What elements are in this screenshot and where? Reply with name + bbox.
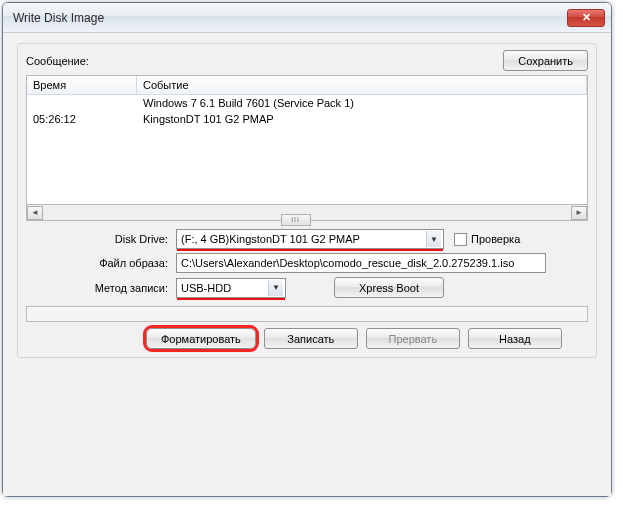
titlebar[interactable]: Write Disk Image ✕ bbox=[3, 3, 611, 33]
verify-checkbox[interactable] bbox=[454, 233, 467, 246]
progress-bar bbox=[26, 306, 588, 322]
message-label: Сообщение: bbox=[26, 55, 503, 67]
message-group: Сообщение: Сохранить Время Событие Windo… bbox=[17, 43, 597, 358]
scroll-right-arrow[interactable]: ► bbox=[571, 206, 587, 220]
table-row: 05:26:12 KingstonDT 101 G2 PMAP bbox=[27, 111, 587, 127]
chevron-down-icon: ▼ bbox=[268, 280, 283, 296]
scroll-thumb[interactable]: III bbox=[281, 214, 311, 226]
disk-drive-label: Disk Drive: bbox=[26, 233, 176, 245]
abort-button[interactable]: Прервать bbox=[366, 328, 460, 349]
save-button[interactable]: Сохранить bbox=[503, 50, 588, 71]
window-title: Write Disk Image bbox=[13, 11, 104, 25]
back-button[interactable]: Назад bbox=[468, 328, 562, 349]
cell-event: Windows 7 6.1 Build 7601 (Service Pack 1… bbox=[137, 96, 587, 110]
cell-event: KingstonDT 101 G2 PMAP bbox=[137, 112, 587, 126]
col-event-header[interactable]: Событие bbox=[137, 76, 587, 94]
xpress-boot-button[interactable]: Xpress Boot bbox=[334, 277, 444, 298]
close-icon: ✕ bbox=[582, 11, 591, 24]
image-file-label: Файл образа: bbox=[26, 257, 176, 269]
log-header: Время Событие bbox=[27, 76, 587, 95]
disk-drive-value: (F:, 4 GB)KingstonDT 101 G2 PMAP bbox=[181, 233, 426, 245]
log-rows[interactable]: Windows 7 6.1 Build 7601 (Service Pack 1… bbox=[27, 95, 587, 204]
chevron-down-icon: ▼ bbox=[426, 231, 441, 247]
log-table: Время Событие Windows 7 6.1 Build 7601 (… bbox=[26, 75, 588, 205]
verify-checkbox-wrap[interactable]: Проверка bbox=[454, 233, 520, 246]
write-button[interactable]: Записать bbox=[264, 328, 358, 349]
write-method-label: Метод записи: bbox=[26, 282, 176, 294]
write-method-value: USB-HDD bbox=[181, 282, 268, 294]
verify-label: Проверка bbox=[471, 233, 520, 245]
close-button[interactable]: ✕ bbox=[567, 9, 605, 27]
col-time-header[interactable]: Время bbox=[27, 76, 137, 94]
write-method-select[interactable]: USB-HDD ▼ bbox=[176, 278, 286, 298]
image-file-input[interactable] bbox=[176, 253, 546, 273]
disk-drive-select[interactable]: (F:, 4 GB)KingstonDT 101 G2 PMAP ▼ bbox=[176, 229, 444, 249]
cell-time: 05:26:12 bbox=[27, 112, 137, 126]
chevron-left-icon: ◄ bbox=[31, 208, 39, 217]
window-body: Сообщение: Сохранить Время Событие Windo… bbox=[3, 33, 611, 496]
table-row: Windows 7 6.1 Build 7601 (Service Pack 1… bbox=[27, 95, 587, 111]
format-button[interactable]: Форматировать bbox=[146, 328, 256, 349]
cell-time bbox=[27, 96, 137, 110]
window-frame: Write Disk Image ✕ Сообщение: Сохранить … bbox=[2, 2, 612, 497]
scroll-left-arrow[interactable]: ◄ bbox=[27, 206, 43, 220]
horizontal-scrollbar[interactable]: ◄ III ► bbox=[26, 205, 588, 221]
button-row: Форматировать Записать Прервать Назад bbox=[26, 328, 588, 349]
chevron-right-icon: ► bbox=[575, 208, 583, 217]
